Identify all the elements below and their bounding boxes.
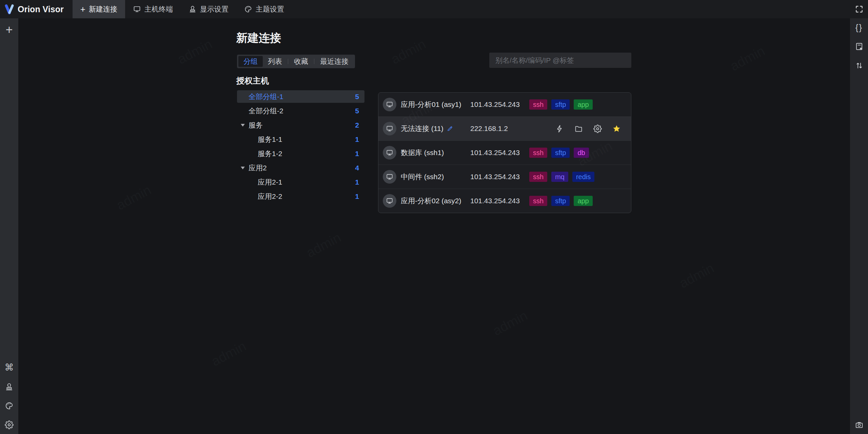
palette-icon [244,5,252,13]
host-row[interactable]: 数据库 (ssh1) 101.43.254.243 ssh sftp db [378,141,631,165]
palette-icon[interactable] [5,401,14,410]
favorite-star-icon[interactable] [612,125,621,133]
topbar-tab-label: 主题设置 [256,4,284,14]
right-rail: {} [850,18,868,434]
tree-item[interactable]: 服务1-1 1 [237,133,364,146]
tag: ssh [529,99,547,110]
tree-item[interactable]: 服务 2 [237,119,364,131]
orion-visor-logo [4,4,14,14]
camera-icon[interactable] [855,420,864,429]
group-tree: 全部分组-1 5 全部分组-2 5 服务 2 服务1-1 1 服务1-2 1 应… [237,90,364,204]
avatar [383,170,396,184]
section-title: 授权主机 [236,75,269,86]
topbar-tab-display-settings[interactable]: 显示设置 [181,0,236,18]
host-name: 中间件 (ssh2) [401,165,444,189]
left-rail-bottom-group: ⌘ [5,363,14,429]
add-icon[interactable]: + [5,24,13,36]
right-rail-bottom-group [855,420,864,429]
host-name: 应用-分析01 (asy1) [401,93,461,116]
topbar-tab-host-terminal[interactable]: 主机终端 [125,0,181,18]
tree-item[interactable]: 应用2-2 1 [237,190,364,203]
tag: mq [551,172,568,182]
tree-item-count: 2 [355,121,359,129]
fullscreen-button[interactable] [855,5,864,14]
host-name: 数据库 (ssh1) [401,141,444,165]
avatar [383,122,396,135]
json-braces-icon[interactable]: {} [855,23,863,32]
host-ip: 222.168.1.2 [470,117,508,140]
tree-item-count: 1 [355,150,359,158]
tree-item-count: 1 [355,135,359,144]
tree-item-count: 5 [355,107,359,115]
app-title: Orion Visor [18,4,64,14]
tree-item-label: 全部分组-1 [249,92,283,101]
page-title: 新建连接 [236,31,281,46]
tag: ssh [529,172,547,182]
tree-item[interactable]: 应用2 4 [237,162,364,174]
host-list: 应用-分析01 (asy1) 101.43.254.243 ssh sftp a… [378,92,631,213]
view-tab-group[interactable]: 分组 [238,56,263,67]
main-content: 新建连接 分组 列表 收藏 最近连接 授权主机 全部分组-1 5 全部分组-2 … [18,18,850,434]
host-name: 应用-分析02 (asy2) [401,189,461,213]
tag-list: ssh sftp app [529,93,593,116]
host-ip: 101.43.254.243 [470,189,520,213]
tree-item-label: 服务1-2 [258,149,282,158]
tree-item-count: 5 [355,93,359,101]
tree-item-label: 服务1-1 [258,135,282,144]
monitor-icon [386,101,393,108]
tag-list: ssh mq redis [529,165,594,189]
tag: ssh [529,196,547,206]
host-ip: 101.43.254.243 [470,93,520,116]
edit-pencil-icon[interactable] [447,125,453,132]
sort-icon[interactable] [855,61,864,70]
chevron-down-icon[interactable] [241,124,245,127]
tree-item-count: 1 [355,178,359,186]
tag: app [574,99,592,110]
monitor-icon [386,173,393,181]
tag-list: ssh sftp app [529,189,593,213]
tree-item[interactable]: 全部分组-1 5 [237,90,364,103]
topbar-tab-label: 主机终端 [144,4,173,14]
gear-icon[interactable] [5,420,14,429]
host-name-text: 无法连接 (11) [401,124,443,133]
topbar-tab-label: 显示设置 [200,4,229,14]
divider [314,59,314,64]
view-tab-recent[interactable]: 最近连接 [315,56,354,67]
view-tab-favorites[interactable]: 收藏 [289,56,313,67]
tree-item[interactable]: 服务1-2 1 [237,147,364,160]
host-ip: 101.43.254.243 [470,141,520,165]
tree-item[interactable]: 全部分组-2 5 [237,105,364,117]
left-rail-top-group: + [5,24,13,36]
host-ip: 101.43.254.243 [470,165,520,189]
tree-item[interactable]: 应用2-1 1 [237,176,364,188]
tree-item-label: 应用2-1 [258,177,282,187]
stamp-icon [189,5,197,13]
topbar-tab-new-connection[interactable]: + 新建连接 [73,0,125,18]
stamp-icon[interactable] [5,382,14,391]
chevron-down-icon[interactable] [241,167,245,169]
tag-list: ssh sftp db [529,141,589,165]
connect-lightning-icon[interactable] [555,125,564,133]
monitor-icon [386,125,393,132]
host-row[interactable]: 应用-分析02 (asy2) 101.43.254.243 ssh sftp a… [378,189,631,213]
tree-item-count: 1 [355,192,359,201]
topbar-tab-theme-settings[interactable]: 主题设置 [236,0,292,18]
fullscreen-icon [855,5,864,14]
search-input[interactable] [495,56,626,65]
tag: ssh [529,148,547,158]
keyboard-shortcut-icon[interactable]: ⌘ [5,363,14,372]
tag: redis [572,172,594,182]
sftp-folder-icon[interactable] [574,125,583,133]
view-tab-list[interactable]: 列表 [263,56,287,67]
plus-icon: + [80,5,85,14]
document-bookmark-icon[interactable] [855,42,864,51]
settings-gear-icon[interactable] [593,125,602,133]
topbar-tab-label: 新建连接 [89,4,117,14]
search-box [489,53,631,68]
host-row[interactable]: 应用-分析01 (asy1) 101.43.254.243 ssh sftp a… [378,93,631,117]
host-row[interactable]: 中间件 (ssh2) 101.43.254.243 ssh mq redis [378,165,631,189]
view-mode-switcher: 分组 列表 收藏 最近连接 [237,55,355,68]
tree-item-label: 服务 [249,120,263,130]
monitor-icon [386,197,393,205]
host-row[interactable]: 无法连接 (11) 222.168.1.2 [378,117,631,141]
